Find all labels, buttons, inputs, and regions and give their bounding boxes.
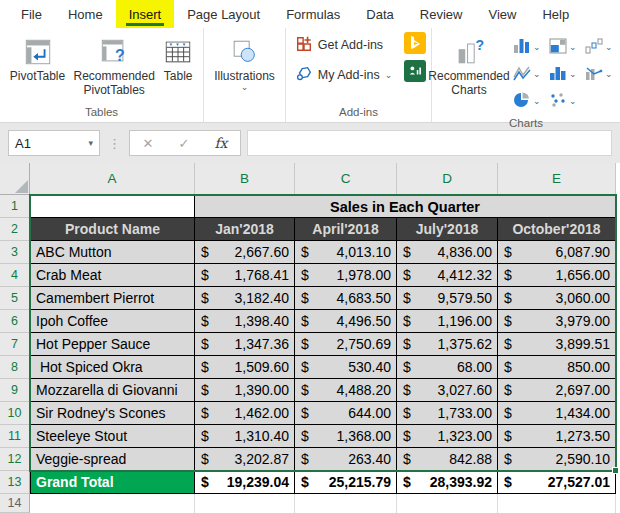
value-cell[interactable]: $3,027.60 [397, 379, 498, 402]
column-chart-button[interactable]: ⌄ [513, 34, 549, 61]
header-cell-4[interactable]: July'2018 [397, 218, 498, 241]
merged-title-cell[interactable]: Sales in Each Quarter [195, 195, 616, 218]
empty-cell[interactable] [195, 494, 295, 513]
row-header-3[interactable]: 3 [0, 241, 30, 264]
product-name-cell[interactable]: Crab Meat [30, 264, 195, 287]
tab-home[interactable]: Home [55, 0, 116, 28]
value-cell[interactable]: $3,202.87 [195, 448, 295, 471]
product-name-cell[interactable]: Veggie-spread [30, 448, 195, 471]
value-cell[interactable]: $3,979.00 [498, 310, 616, 333]
row-header-14[interactable]: 14 [0, 494, 30, 513]
pivottable-button[interactable]: PivotTable [5, 32, 70, 86]
product-name-cell[interactable]: Hot Pepper Sauce [30, 333, 195, 356]
row-header-8[interactable]: 8 [0, 356, 30, 379]
value-cell[interactable]: $4,412.32 [397, 264, 498, 287]
value-cell[interactable]: $1,323.00 [397, 425, 498, 448]
row-header-11[interactable]: 11 [0, 425, 30, 448]
name-box[interactable]: A1 ▾ [8, 130, 100, 156]
select-all-corner[interactable] [0, 163, 30, 195]
empty-cell[interactable] [498, 494, 616, 513]
product-name-cell[interactable]: Ipoh Coffee [30, 310, 195, 333]
tab-file[interactable]: File [8, 0, 55, 28]
value-cell[interactable]: $6,087.90 [498, 241, 616, 264]
combo-chart-button[interactable]: ⌄ [585, 61, 620, 88]
recommended-pivottables-button[interactable]: ? Recommended PivotTables [70, 32, 158, 101]
column-header-b[interactable]: B [195, 163, 295, 195]
value-cell[interactable]: $1,733.00 [397, 402, 498, 425]
value-cell[interactable]: $4,683.50 [295, 287, 397, 310]
row-header-7[interactable]: 7 [0, 333, 30, 356]
value-cell[interactable]: $1,978.00 [295, 264, 397, 287]
value-cell[interactable]: $3,060.00 [498, 287, 616, 310]
empty-cell[interactable] [30, 494, 195, 513]
value-cell[interactable]: $1,509.60 [195, 356, 295, 379]
value-cell[interactable]: $1,273.50 [498, 425, 616, 448]
value-cell[interactable]: $842.88 [397, 448, 498, 471]
value-cell[interactable]: $1,310.40 [195, 425, 295, 448]
header-cell-2[interactable]: Jan'2018 [195, 218, 295, 241]
row-header-13[interactable]: 13 [0, 471, 30, 494]
value-cell[interactable]: $1,656.00 [498, 264, 616, 287]
empty-cell[interactable] [295, 494, 397, 513]
enter-icon[interactable]: ✓ [178, 136, 189, 151]
my-addins-button[interactable]: My Add-ins ⌄ [291, 62, 396, 88]
header-cell-5[interactable]: October'2018 [498, 218, 616, 241]
product-name-cell[interactable]: Mozzarella di Giovanni [30, 379, 195, 402]
histogram-chart-button[interactable]: ⌄ [549, 61, 585, 88]
row-header-4[interactable]: 4 [0, 264, 30, 287]
value-cell[interactable]: $1,347.36 [195, 333, 295, 356]
value-cell[interactable]: $2,697.00 [498, 379, 616, 402]
tab-help[interactable]: Help [529, 0, 582, 28]
product-name-cell[interactable]: Steeleye Stout [30, 425, 195, 448]
value-cell[interactable]: $1,368.00 [295, 425, 397, 448]
scatter-chart-button[interactable]: ⌄ [549, 88, 585, 115]
insert-function-icon[interactable]: fx [214, 135, 227, 151]
value-cell[interactable]: $9,579.50 [397, 287, 498, 310]
product-name-cell[interactable]: Sir Rodney's Scones [30, 402, 195, 425]
header-cell-1[interactable]: Product Name [30, 218, 195, 241]
row-header-9[interactable]: 9 [0, 379, 30, 402]
product-name-cell[interactable]: Hot Spiced Okra [30, 356, 195, 379]
value-cell[interactable]: $1,462.00 [195, 402, 295, 425]
value-cell[interactable]: $850.00 [498, 356, 616, 379]
line-chart-button[interactable]: ⌄ [513, 61, 549, 88]
cancel-icon[interactable]: ✕ [143, 136, 154, 151]
value-cell[interactable]: $530.40 [295, 356, 397, 379]
row-header-12[interactable]: 12 [0, 448, 30, 471]
cell-a1[interactable] [30, 195, 195, 218]
row-header-1[interactable]: 1 [0, 195, 30, 218]
row-header-6[interactable]: 6 [0, 310, 30, 333]
tab-formulas[interactable]: Formulas [273, 0, 353, 28]
column-header-e[interactable]: E [498, 163, 616, 195]
value-cell[interactable]: $4,013.10 [295, 241, 397, 264]
grand-total-value-cell[interactable]: $25,215.79 [295, 471, 397, 494]
value-cell[interactable]: $1,375.62 [397, 333, 498, 356]
value-cell[interactable]: $1,768.41 [195, 264, 295, 287]
value-cell[interactable]: $263.40 [295, 448, 397, 471]
row-header-2[interactable]: 2 [0, 218, 30, 241]
waterfall-chart-button[interactable]: ⌄ [585, 34, 620, 61]
value-cell[interactable]: $4,836.00 [397, 241, 498, 264]
table-button[interactable]: Table [158, 32, 198, 86]
value-cell[interactable]: $68.00 [397, 356, 498, 379]
tab-view[interactable]: View [475, 0, 529, 28]
value-cell[interactable]: $3,899.51 [498, 333, 616, 356]
bing-maps-addin-icon[interactable] [404, 32, 426, 54]
tab-data[interactable]: Data [353, 0, 406, 28]
recommended-charts-button[interactable]: ? Recommended Charts [431, 32, 507, 101]
value-cell[interactable]: $2,667.60 [195, 241, 295, 264]
header-cell-3[interactable]: April'2018 [295, 218, 397, 241]
name-box-dropdown-icon[interactable]: ▾ [88, 138, 93, 148]
value-cell[interactable]: $2,590.10 [498, 448, 616, 471]
value-cell[interactable]: $2,750.69 [295, 333, 397, 356]
pie-chart-button[interactable]: ⌄ [513, 88, 549, 115]
column-header-c[interactable]: C [295, 163, 397, 195]
grand-total-value-cell[interactable]: $19,239.04 [195, 471, 295, 494]
grand-total-value-cell[interactable]: $27,527.01 [498, 471, 616, 494]
tab-insert[interactable]: Insert [116, 0, 175, 28]
value-cell[interactable]: $1,196.00 [397, 310, 498, 333]
illustrations-button[interactable]: Illustrations ⌄ [209, 32, 280, 95]
value-cell[interactable]: $1,434.00 [498, 402, 616, 425]
column-header-a[interactable]: A [30, 163, 195, 195]
product-name-cell[interactable]: ABC Mutton [30, 241, 195, 264]
